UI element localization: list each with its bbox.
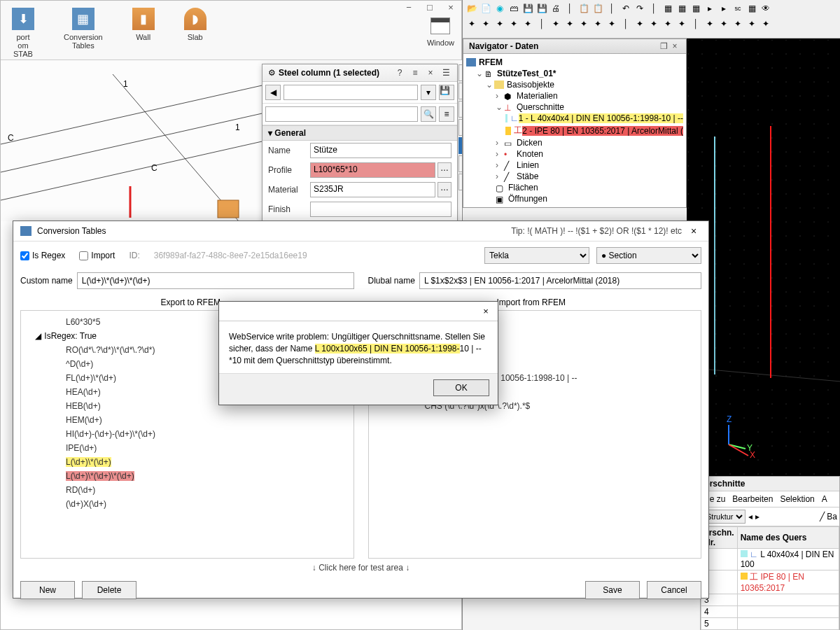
table-row[interactable]: 2 工 IPE 80 | EN 10365:2017 xyxy=(701,570,839,594)
tb-icon[interactable]: ✦ xyxy=(676,18,688,30)
tb-icon[interactable]: 💾 xyxy=(522,2,534,15)
search-input[interactable] xyxy=(265,106,418,122)
import-checkbox[interactable]: Import xyxy=(79,251,115,260)
dropdown-button[interactable]: ▾ xyxy=(421,85,436,100)
3d-view[interactable]: Z Y X xyxy=(687,38,840,486)
tree-knoten[interactable]: Knoten xyxy=(517,149,543,159)
test-area-hint[interactable]: ↓ Click here for test area ↓ xyxy=(13,559,708,577)
ribbon-wall[interactable]: ▮ Wall xyxy=(128,4,159,46)
close-icon[interactable]: × xyxy=(425,67,436,78)
tb-icon[interactable]: 💾 xyxy=(536,2,548,15)
prev-button[interactable]: ◀ xyxy=(265,85,281,100)
tb-icon[interactable]: 🗃 xyxy=(507,2,520,15)
tb-icon[interactable]: ✦ xyxy=(493,18,506,30)
ribbon-slab[interactable]: ◗ Slab xyxy=(180,4,211,46)
tree-querschnitte[interactable]: Querschnitte xyxy=(517,102,564,112)
tb-icon[interactable]: ▦ xyxy=(676,2,688,15)
tree-root[interactable]: RFEM xyxy=(479,57,503,67)
tb-icon[interactable]: ✦ xyxy=(479,18,492,30)
filter-icon[interactable]: ≡ xyxy=(439,106,454,122)
tb-icon[interactable]: ▸ xyxy=(704,2,716,15)
ribbon-import[interactable]: ⬇ port om STAB xyxy=(8,4,38,62)
close-icon[interactable]: × xyxy=(686,225,701,237)
ribbon-window-group[interactable]: Window xyxy=(427,5,454,47)
tree-materialien[interactable]: Materialien xyxy=(517,91,558,101)
ribbon-conversion-tables[interactable]: ▦ Conversion Tables xyxy=(59,4,107,54)
tb-icon[interactable]: 📄 xyxy=(479,2,492,15)
tb-icon[interactable]: 🖨 xyxy=(550,2,562,15)
custom-name-input[interactable] xyxy=(77,272,354,289)
save-button[interactable]: Save xyxy=(585,581,640,599)
tb-icon[interactable]: ↶ xyxy=(620,2,632,15)
tb-icon[interactable]: ◉ xyxy=(493,2,506,15)
dlubal-name-input[interactable] xyxy=(419,272,701,289)
is-regex-checkbox[interactable]: Is Regex xyxy=(20,251,65,260)
tree-dicken[interactable]: Dicken xyxy=(517,138,542,148)
tree-q2[interactable]: 2 - IPE 80 | EN 10365:2017 | ArcelorMitt… xyxy=(522,126,683,136)
tb-icon[interactable]: ▦ xyxy=(746,2,758,15)
finish-field[interactable] xyxy=(310,202,451,217)
tb-icon[interactable]: ✦ xyxy=(760,18,772,30)
sections-table[interactable]: erschn. Nr.Name des Quers 1 ∟ L 40x40x4 … xyxy=(701,526,839,630)
list-item[interactable]: RD(\d+) xyxy=(24,483,351,497)
tb-icon[interactable]: 👁 xyxy=(760,2,772,15)
struktur-select[interactable]: Struktur xyxy=(703,510,746,524)
tab[interactable]: Selektion xyxy=(780,494,814,504)
tb-icon[interactable]: sc xyxy=(732,2,744,15)
tree-model[interactable]: StützeTest_01* xyxy=(497,69,556,78)
tree-staebe[interactable]: Stäbe xyxy=(517,172,538,181)
tree-flaechen[interactable]: Flächen xyxy=(508,183,538,192)
table-row[interactable]: 5 xyxy=(701,618,839,630)
name-field[interactable]: Stütze xyxy=(310,143,451,158)
cancel-button[interactable]: Cancel xyxy=(647,581,701,599)
table-row[interactable]: 4 xyxy=(701,606,839,618)
delete-button[interactable]: Delete xyxy=(82,581,136,599)
tab[interactable]: A xyxy=(822,494,827,504)
tb-icon[interactable]: 📋 xyxy=(592,2,604,15)
type-select[interactable]: ● Section xyxy=(596,247,701,264)
save-icon[interactable]: 💾 xyxy=(439,85,454,100)
list-item[interactable]: HI(\d+)-(\d+)-(\d+)\*(\d+) xyxy=(24,427,351,441)
material-more-button[interactable]: … xyxy=(438,182,451,197)
tb-icon[interactable]: ✦ xyxy=(564,18,576,30)
profile-field[interactable]: L100*65*10 xyxy=(310,162,435,178)
tb-icon[interactable]: ✦ xyxy=(648,18,660,30)
navigator-tree[interactable]: RFEM ⌄🗎StützeTest_01* ⌄Basisobjekte ›⬢Ma… xyxy=(463,54,686,207)
tree-linien[interactable]: Linien xyxy=(517,160,539,170)
list-icon[interactable]: ≡ xyxy=(410,67,421,78)
tb-icon[interactable]: ✦ xyxy=(507,18,520,30)
search-icon[interactable]: 🔍 xyxy=(421,106,436,122)
tb-icon[interactable]: ✦ xyxy=(550,18,562,30)
prev-icon[interactable]: ◂ xyxy=(748,512,752,522)
profile-more-button[interactable]: … xyxy=(438,162,451,178)
tb-icon[interactable]: ✦ xyxy=(634,18,646,30)
tb-icon[interactable]: ✦ xyxy=(662,18,674,30)
tb-icon[interactable]: ▸ xyxy=(718,2,730,15)
tb-icon[interactable]: ✦ xyxy=(578,18,590,30)
tab[interactable]: Bearbeiten xyxy=(732,494,773,504)
close-icon[interactable]: × xyxy=(669,41,680,51)
list-item[interactable]: (\d+)X(\d+) xyxy=(24,497,351,511)
tb-icon[interactable]: ↷ xyxy=(634,2,646,15)
material-field[interactable]: S235JR xyxy=(310,182,435,197)
tb-icon[interactable]: ✦ xyxy=(606,18,618,30)
menu-icon[interactable]: ☰ xyxy=(440,67,451,78)
ba-icon[interactable]: ╱ Ba xyxy=(820,512,837,522)
tree-oeffnungen[interactable]: Öffnungen xyxy=(508,194,547,204)
tb-icon[interactable]: ✦ xyxy=(522,18,534,30)
table-row[interactable]: 3 xyxy=(701,594,839,606)
help-icon[interactable]: ? xyxy=(394,67,405,78)
tb-icon[interactable]: ▦ xyxy=(690,2,702,15)
next-icon[interactable]: ▸ xyxy=(755,512,760,522)
tb-icon[interactable]: ✦ xyxy=(465,18,478,30)
program-select[interactable]: Tekla xyxy=(484,247,589,264)
tb-icon[interactable]: ▦ xyxy=(662,2,674,15)
minimize-icon[interactable]: − xyxy=(398,0,419,15)
list-item-selected[interactable]: L(\d+)\*(\d+)\*(\d+) xyxy=(66,471,134,481)
close-icon[interactable]: × xyxy=(479,306,492,316)
list-item[interactable]: L(\d+)\*(\d+) xyxy=(66,457,111,467)
list-item[interactable]: IPE(\d+) xyxy=(24,441,351,455)
table-row[interactable]: 1 ∟ L 40x40x4 | DIN EN 100 xyxy=(701,549,839,570)
tb-icon[interactable]: ✦ xyxy=(746,18,758,30)
tb-icon[interactable]: 📋 xyxy=(578,2,590,15)
